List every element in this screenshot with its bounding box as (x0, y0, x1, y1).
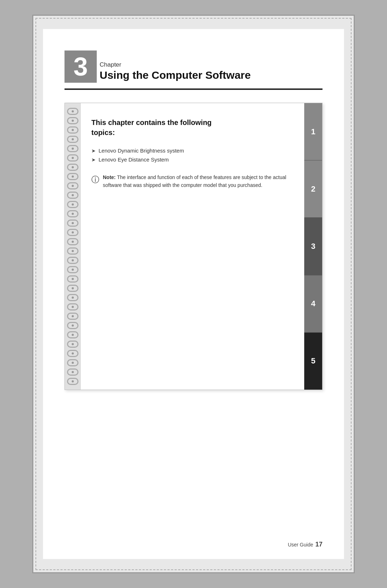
notebook-content: This chapter contains the following topi… (81, 103, 304, 390)
topic-text: Lenovo Eye Distance System (99, 156, 169, 163)
spiral-ring (67, 238, 78, 245)
spiral-ring (67, 266, 78, 273)
spiral-ring (67, 285, 78, 292)
chapter-header: 3 Chapter Using the Computer Software (64, 50, 322, 83)
note-icon: ⓘ (91, 174, 99, 186)
spiral-ring (67, 164, 78, 171)
notebook: This chapter contains the following topi… (64, 103, 322, 390)
tab-label: 3 (311, 242, 315, 251)
tab-label: 5 (311, 356, 315, 366)
spiral-ring (67, 247, 78, 255)
chapter-rule (64, 88, 322, 90)
spiral-ring (67, 331, 78, 338)
tab-item-2[interactable]: 2 (304, 160, 322, 218)
spiral-ring (67, 313, 78, 320)
chapter-label-title: Chapter Using the Computer Software (97, 61, 251, 83)
spiral-ring (67, 229, 78, 236)
spiral-binding (65, 103, 81, 390)
spiral-ring (67, 145, 78, 152)
tab-label: 1 (311, 127, 315, 136)
chapter-number-box: 3 (64, 50, 97, 83)
spiral-ring (67, 275, 78, 283)
spiral-ring (67, 322, 78, 329)
notebook-container: This chapter contains the following topi… (64, 103, 322, 390)
page-footer: User Guide 17 (288, 541, 322, 548)
topics-heading: This chapter contains the following topi… (91, 117, 293, 138)
tab-item-5[interactable]: 5 (304, 333, 322, 390)
spiral-ring (67, 201, 78, 208)
spiral-ring (67, 359, 78, 366)
spiral-ring (67, 294, 78, 301)
note-label: Note: (103, 174, 116, 180)
spiral-ring (67, 192, 78, 199)
spiral-ring (67, 108, 78, 115)
spiral-ring (67, 368, 78, 376)
note-body: The interface and function of each of th… (103, 174, 286, 188)
spiral-ring (67, 378, 78, 385)
spiral-ring (67, 154, 78, 162)
topic-text: Lenovo Dynamic Brightness system (99, 148, 184, 154)
footer-page-number: 17 (315, 541, 322, 548)
spiral-ring (67, 210, 78, 217)
arrow-bullet-icon: ➤ (91, 148, 96, 154)
spiral-ring (67, 303, 78, 310)
tab-item-3[interactable]: 3 (304, 218, 322, 275)
tab-label: 4 (311, 299, 315, 308)
spiral-ring (67, 136, 78, 143)
topics-list: ➤ Lenovo Dynamic Brightness system ➤ Len… (91, 148, 293, 163)
arrow-bullet-icon: ➤ (91, 157, 96, 163)
chapter-title: Using the Computer Software (100, 69, 251, 81)
note-text: Note: The interface and function of each… (103, 173, 293, 189)
spiral-ring (67, 173, 78, 180)
spiral-ring (67, 220, 78, 227)
page-inner: 3 Chapter Using the Computer Software (43, 29, 344, 559)
list-item: ➤ Lenovo Eye Distance System (91, 156, 293, 163)
tab-label: 2 (311, 184, 315, 194)
page-outer: 3 Chapter Using the Computer Software (32, 15, 355, 573)
list-item: ➤ Lenovo Dynamic Brightness system (91, 148, 293, 154)
footer-guide-label: User Guide (288, 542, 313, 548)
spiral-ring (67, 257, 78, 264)
tab-item-4[interactable]: 4 (304, 275, 322, 333)
spiral-ring (67, 117, 78, 124)
spiral-ring (67, 350, 78, 357)
tab-strip: 1 2 3 4 5 (304, 103, 322, 390)
spiral-ring (67, 182, 78, 189)
spiral-ring (67, 341, 78, 348)
spiral-ring (67, 126, 78, 134)
tab-item-1[interactable]: 1 (304, 103, 322, 160)
note-block: ⓘ Note: The interface and function of ea… (91, 173, 293, 189)
chapter-number: 3 (73, 54, 88, 79)
chapter-label: Chapter (100, 61, 251, 68)
